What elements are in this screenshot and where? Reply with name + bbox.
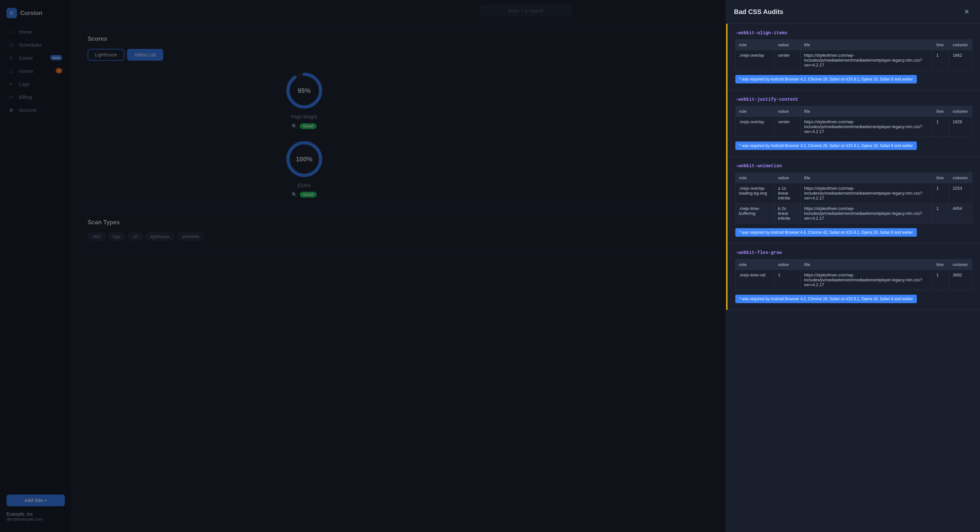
cell-value: b 2s linear infinite	[775, 204, 801, 224]
col-header-column: column	[950, 106, 972, 117]
col-header-value: value	[775, 40, 801, 50]
cell-rule: .mejs-overlay	[736, 117, 775, 137]
cell-column: 2253	[950, 183, 972, 204]
audit-property: -webkit-justify-content	[735, 97, 972, 102]
modal-body: -webkit-align-items rule value file line…	[726, 24, 980, 532]
cell-rule: .mejs-time-buffering	[736, 204, 775, 224]
table-row: .mejs-overlay center https://styleofmen.…	[736, 117, 972, 137]
cell-value: 1	[775, 270, 801, 290]
audit-property: -webkit-animation	[735, 163, 972, 169]
audit-property: -webkit-flex-grow	[735, 250, 972, 255]
audit-note: * was required by Android Browser 4.2, C…	[735, 142, 917, 150]
cell-line: 1	[933, 204, 950, 224]
cell-column: 3992	[950, 270, 972, 290]
audit-table: rule value file line column .mejs-overla…	[735, 106, 972, 137]
col-header-rule: rule	[736, 40, 775, 50]
col-header-column: column	[950, 40, 972, 50]
modal-title: Bad CSS Audits	[734, 8, 784, 16]
audit-webkit-justify-content: -webkit-justify-content rule value file …	[726, 90, 980, 157]
close-modal-button[interactable]: ✕	[961, 6, 972, 17]
cell-line: 1	[933, 50, 950, 70]
audit-webkit-flex-grow: -webkit-flex-grow rule value file line c…	[726, 244, 980, 310]
modal-header: Bad CSS Audits ✕	[726, 0, 980, 24]
col-header-line: line	[933, 173, 950, 183]
cell-file: https://styleofmen.com/wp-includes/js/me…	[801, 270, 933, 290]
audit-table: rule value file line column .mejs-overla…	[735, 40, 972, 70]
table-row: .mejs-overlay center https://styleofmen.…	[736, 50, 972, 70]
audit-note: * was required by Android Browser 4.2, C…	[735, 75, 917, 83]
audit-property: -webkit-align-items	[735, 30, 972, 35]
col-header-value: value	[775, 106, 801, 117]
col-header-rule: rule	[736, 260, 775, 270]
col-header-rule: rule	[736, 106, 775, 117]
col-header-line: line	[933, 40, 950, 50]
col-header-line: line	[933, 106, 950, 117]
cell-column: 1662	[950, 50, 972, 70]
cell-file: https://styleofmen.com/wp-includes/js/me…	[801, 50, 933, 70]
cell-rule: .mejs-overlay-loading-bg-img	[736, 183, 775, 204]
audit-webkit-animation: -webkit-animation rule value file line c…	[726, 157, 980, 244]
col-header-file: file	[801, 40, 933, 50]
cell-line: 1	[933, 270, 950, 290]
col-header-column: column	[950, 173, 972, 183]
cell-line: 1	[933, 183, 950, 204]
cell-column: 4454	[950, 204, 972, 224]
cell-value: a 1s linear infinite	[775, 183, 801, 204]
col-header-file: file	[801, 173, 933, 183]
cell-file: https://styleofmen.com/wp-includes/js/me…	[801, 204, 933, 224]
col-header-file: file	[801, 106, 933, 117]
table-row: .mejs-time-buffering b 2s linear infinit…	[736, 204, 972, 224]
cell-value: center	[775, 50, 801, 70]
audit-note: * was required by Android Browser 4.4, C…	[735, 228, 917, 237]
table-row: .mejs-time-rail 1 https://styleofmen.com…	[736, 270, 972, 290]
col-header-rule: rule	[736, 173, 775, 183]
audit-webkit-align-items: -webkit-align-items rule value file line…	[726, 24, 980, 90]
bad-css-audits-modal: Bad CSS Audits ✕ -webkit-align-items rul…	[726, 0, 980, 532]
table-row: .mejs-overlay-loading-bg-img a 1s linear…	[736, 183, 972, 204]
col-header-line: line	[933, 260, 950, 270]
col-header-value: value	[775, 173, 801, 183]
audit-table: rule value file line column .mejs-overla…	[735, 172, 972, 224]
col-header-value: value	[775, 260, 801, 270]
cell-file: https://styleofmen.com/wp-includes/js/me…	[801, 117, 933, 137]
cell-rule: .mejs-time-rail	[736, 270, 775, 290]
audit-note: * was required by Android Browser 4.2, C…	[735, 295, 917, 303]
audit-table: rule value file line column .mejs-time-r…	[735, 259, 972, 290]
cell-value: center	[775, 117, 801, 137]
cell-line: 1	[933, 117, 950, 137]
col-header-column: column	[950, 260, 972, 270]
cell-column: 1828	[950, 117, 972, 137]
col-header-file: file	[801, 260, 933, 270]
cell-file: https://styleofmen.com/wp-includes/js/me…	[801, 183, 933, 204]
cell-rule: .mejs-overlay	[736, 50, 775, 70]
